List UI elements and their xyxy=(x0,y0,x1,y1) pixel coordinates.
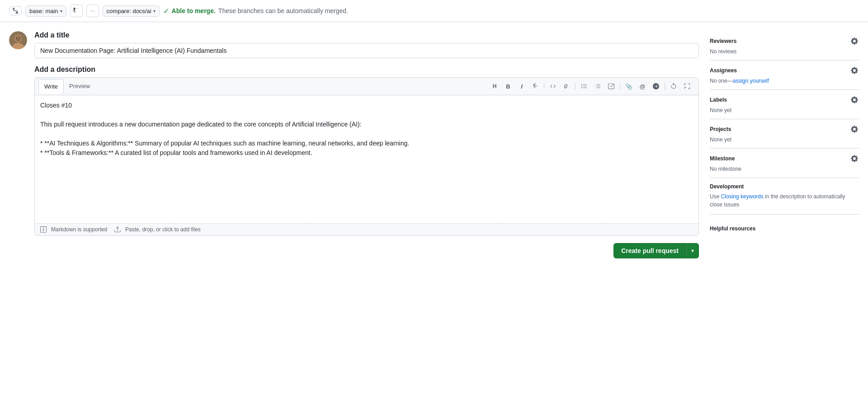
assignees-gear-button[interactable] xyxy=(850,66,859,75)
toolbar-sep-2 xyxy=(575,83,576,90)
assignees-section: Assignees No one—assign yourself xyxy=(710,61,859,90)
projects-header: Projects xyxy=(710,125,859,134)
editor-toolbar: H B I xyxy=(483,78,698,95)
tab-write[interactable]: Write xyxy=(38,79,64,94)
labels-value: None yet xyxy=(710,107,859,113)
assignees-value: No one—assign yourself xyxy=(710,78,859,84)
main-content: Add a title Add a description Write Prev… xyxy=(0,22,868,267)
development-section: Development Use Closing keywords in the … xyxy=(710,178,859,215)
helpful-resources-section: Helpful resources xyxy=(710,215,859,237)
toolbar-sep-3 xyxy=(620,83,620,90)
description-textarea[interactable]: Closes #10 This pull request introduces … xyxy=(35,95,698,222)
labels-header: Labels xyxy=(710,95,859,104)
svg-point-4 xyxy=(16,37,17,38)
link-button[interactable] xyxy=(561,80,572,92)
right-panel: Reviewers No reviews Assignees xyxy=(710,31,859,258)
markdown-note-text: Markdown is supported xyxy=(51,226,107,233)
title-input[interactable] xyxy=(34,43,699,58)
mention-button[interactable]: @ xyxy=(637,80,648,92)
development-header: Development xyxy=(710,183,859,190)
reviewers-section: Reviewers No reviews xyxy=(710,31,859,61)
title-section-label: Add a title xyxy=(34,31,699,39)
merge-able-text: Able to merge. xyxy=(172,7,216,14)
compare-icon[interactable] xyxy=(9,6,22,15)
projects-title: Projects xyxy=(710,126,731,132)
projects-value: None yet xyxy=(710,136,859,143)
strikethrough-button[interactable] xyxy=(529,80,541,92)
unordered-list-button[interactable] xyxy=(592,80,604,92)
development-title: Development xyxy=(710,183,744,190)
pr-form: Add a title Add a description Write Prev… xyxy=(9,31,699,258)
merge-desc-text: These branches can be automatically merg… xyxy=(218,7,348,14)
desc-section-label: Add a description xyxy=(34,66,699,74)
avatar xyxy=(9,31,27,49)
form-area: Add a title Add a description Write Prev… xyxy=(34,31,699,258)
ordered-list-button[interactable] xyxy=(578,80,590,92)
dropdown-chevron-icon: ▾ xyxy=(691,248,694,254)
code-button[interactable] xyxy=(547,80,559,92)
base-branch-select[interactable]: base: main ▾ xyxy=(25,5,66,17)
development-text: Use Closing keywords in the description … xyxy=(710,192,859,209)
assignees-title: Assignees xyxy=(710,67,737,74)
milestone-gear-button[interactable] xyxy=(850,154,859,163)
base-branch-label: base: main xyxy=(29,8,58,14)
reviewers-value: No reviews xyxy=(710,48,859,55)
ellipsis-icon: ··· xyxy=(90,8,95,14)
editor-container: Write Preview H B I xyxy=(34,77,699,236)
task-list-button[interactable] xyxy=(605,80,617,92)
labels-section: Labels None yet xyxy=(710,90,859,119)
tabs-and-toolbar: Write Preview H B I xyxy=(35,78,698,95)
reviewers-title: Reviewers xyxy=(710,38,736,44)
assignees-header: Assignees xyxy=(710,66,859,75)
cross-ref-button[interactable] xyxy=(650,80,662,92)
compare-branch-select[interactable]: compare: docs/ai ▾ xyxy=(103,5,160,17)
reviewers-gear-button[interactable] xyxy=(850,37,859,46)
tab-preview[interactable]: Preview xyxy=(64,79,95,94)
top-bar: base: main ▾ ··· compare: docs/ai ▾ ✓ Ab… xyxy=(0,0,868,22)
create-pull-request-button[interactable]: Create pull request xyxy=(613,243,686,258)
reviewers-header: Reviewers xyxy=(710,37,859,46)
heading-button[interactable]: H xyxy=(489,80,500,92)
check-icon: ✓ xyxy=(163,7,169,15)
labels-title: Labels xyxy=(710,97,727,103)
bold-button[interactable]: B xyxy=(502,80,514,92)
closing-keywords-link[interactable]: Closing keywords xyxy=(721,193,764,200)
toolbar-sep-1 xyxy=(544,83,544,90)
helpful-resources-title: Helpful resources xyxy=(710,225,859,232)
fullscreen-button[interactable] xyxy=(681,80,693,92)
toolbar-sep-4 xyxy=(665,83,665,90)
milestone-title: Milestone xyxy=(710,155,735,162)
milestone-header: Milestone xyxy=(710,154,859,163)
attachment-button[interactable]: 📎 xyxy=(623,80,635,92)
projects-gear-button[interactable] xyxy=(850,125,859,134)
svg-point-3 xyxy=(15,35,21,42)
projects-section: Projects None yet xyxy=(710,119,859,149)
swap-branches-button[interactable] xyxy=(70,5,83,17)
labels-gear-button[interactable] xyxy=(850,95,859,104)
milestone-value: No milestone xyxy=(710,166,859,172)
markdown-note: Markdown is supported xyxy=(40,226,107,233)
file-note-text: Paste, drop, or click to add files xyxy=(125,226,201,233)
chevron-down-icon: ▾ xyxy=(153,9,156,14)
file-note[interactable]: Paste, drop, or click to add files xyxy=(114,226,201,233)
merge-status: ✓ Able to merge. These branches can be a… xyxy=(163,7,348,15)
compare-branch-label: compare: docs/ai xyxy=(107,8,151,14)
italic-button[interactable]: I xyxy=(516,80,528,92)
create-pull-request-dropdown-button[interactable]: ▾ xyxy=(686,243,699,258)
assign-yourself-link[interactable]: assign yourself xyxy=(733,78,769,84)
action-row: Create pull request ▾ xyxy=(34,243,699,258)
undo-button[interactable] xyxy=(668,80,679,92)
more-options-button[interactable]: ··· xyxy=(86,5,99,17)
milestone-section: Milestone No milestone xyxy=(710,149,859,178)
chevron-down-icon: ▾ xyxy=(60,9,62,14)
editor-footer: Markdown is supported Paste, drop, or cl… xyxy=(35,223,698,235)
left-panel: Add a title Add a description Write Prev… xyxy=(9,31,699,258)
svg-point-5 xyxy=(19,37,20,38)
